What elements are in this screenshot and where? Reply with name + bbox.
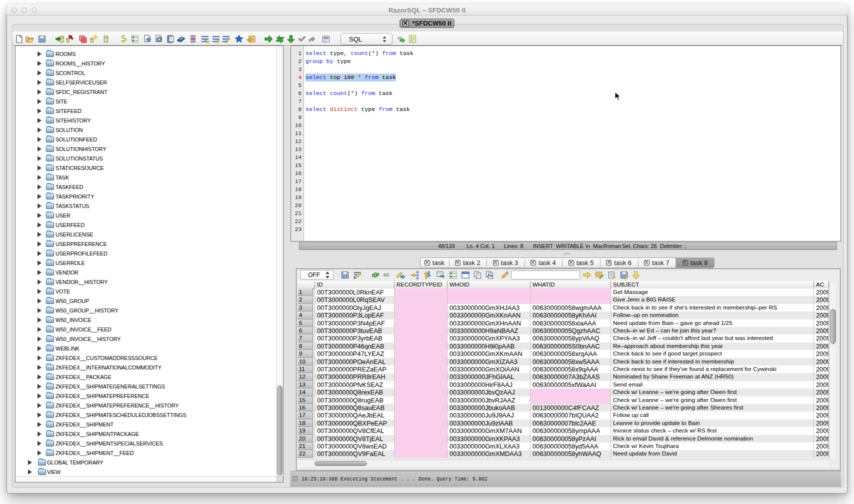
svg-text:66: 66 xyxy=(384,272,390,278)
